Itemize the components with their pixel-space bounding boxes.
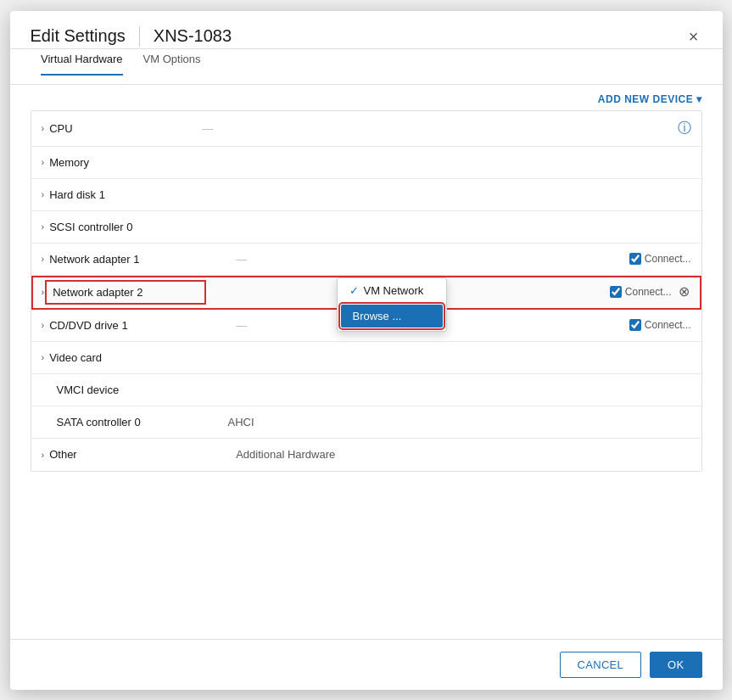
tabs-container: Virtual Hardware VM Options — [20, 44, 242, 76]
check-icon: ✓ — [349, 284, 359, 297]
dropdown-browse-label: Browse ... — [353, 310, 402, 322]
tab-vm-options[interactable]: VM Options — [143, 44, 201, 76]
dialog-title: Edit Settings — [31, 26, 126, 46]
label-other: Other — [49, 448, 202, 461]
dialog-footer: CANCEL OK — [10, 639, 723, 690]
connect-label-cd-dvd-drive-1: Connect... — [645, 319, 691, 331]
ok-button[interactable]: OK — [650, 652, 701, 678]
hardware-row-cpu: › CPU — ⓘ — [31, 111, 701, 147]
value-cd-dvd-drive-1: — — [236, 319, 247, 332]
value-other: Additional Hardware — [236, 448, 335, 461]
right-cd-dvd-drive-1: Connect... — [629, 319, 691, 331]
dropdown-item-browse[interactable]: Browse ... — [341, 305, 443, 328]
connect-label-network-adapter-2: Connect... — [625, 286, 672, 298]
label-network-adapter-2: Network adapter 2 — [49, 284, 202, 300]
right-network-adapter-2: Connect... ⊗ — [610, 285, 691, 299]
expander-memory[interactable]: › — [42, 157, 45, 167]
connect-checkbox-network-adapter-1[interactable]: Connect... — [629, 253, 691, 265]
right-network-adapter-1: Connect... — [629, 253, 691, 265]
label-memory: Memory — [49, 156, 202, 169]
connect-checkbox-input-cd-dvd-drive-1[interactable] — [629, 319, 641, 331]
hardware-row-vmci-device: VMCI device — [31, 374, 701, 406]
tab-virtual-hardware[interactable]: Virtual Hardware — [41, 44, 123, 76]
label-sata-controller-0: SATA controller 0 — [42, 416, 194, 428]
connect-checkbox-cd-dvd-drive-1[interactable]: Connect... — [629, 319, 691, 331]
label-network-adapter-1: Network adapter 1 — [49, 253, 202, 266]
hardware-row-memory: › Memory — [31, 147, 701, 179]
cancel-button[interactable]: CANCEL — [560, 652, 642, 678]
expander-hard-disk-1[interactable]: › — [42, 189, 45, 199]
edit-settings-dialog: Edit Settings XNS-1083 × Virtual Hardwar… — [10, 11, 723, 690]
connect-checkbox-input-network-adapter-2[interactable] — [610, 286, 622, 298]
hardware-list: › CPU — ⓘ › Memory › Hard disk 1 › SCSI … — [31, 110, 702, 472]
hardware-row-sata-controller-0: SATA controller 0 AHCI — [31, 406, 701, 439]
dialog-body: ADD NEW DEVICE › CPU — ⓘ › Memory › Hard — [10, 85, 723, 639]
expander-other[interactable]: › — [42, 450, 45, 460]
network-dropdown-popup: ✓ VM Network Browse ... — [337, 277, 447, 332]
dialog-subtitle: XNS-1083 — [154, 26, 232, 46]
label-cd-dvd-drive-1: CD/DVD drive 1 — [49, 319, 202, 332]
value-cpu: — — [202, 122, 213, 135]
label-video-card: Video card — [49, 351, 202, 364]
connect-checkbox-input-network-adapter-1[interactable] — [629, 253, 641, 265]
expander-cpu[interactable]: › — [42, 123, 45, 133]
label-cpu: CPU — [49, 122, 202, 135]
remove-button-network-adapter-2[interactable]: ⊗ — [677, 285, 691, 299]
hardware-row-video-card: › Video card — [31, 342, 701, 374]
dropdown-vm-network-label: VM Network — [364, 284, 424, 297]
info-icon-cpu[interactable]: ⓘ — [678, 120, 691, 137]
expander-scsi-controller-0[interactable]: › — [42, 221, 45, 232]
dropdown-item-vm-network[interactable]: ✓ VM Network — [338, 278, 446, 303]
expander-network-adapter-1[interactable]: › — [42, 254, 45, 264]
toolbar: ADD NEW DEVICE — [31, 85, 702, 110]
connect-checkbox-network-adapter-2[interactable]: Connect... — [610, 286, 672, 298]
label-hard-disk-1: Hard disk 1 — [49, 188, 202, 201]
header-separator — [139, 26, 140, 47]
add-new-device-button[interactable]: ADD NEW DEVICE — [598, 93, 702, 105]
label-scsi-controller-0: SCSI controller 0 — [49, 221, 202, 233]
expander-video-card[interactable]: › — [42, 352, 45, 362]
connect-label-network-adapter-1: Connect... — [645, 253, 691, 265]
right-cpu: ⓘ — [678, 120, 691, 137]
value-network-adapter-1: — — [236, 253, 247, 266]
label-vmci-device: VMCI device — [42, 384, 194, 396]
close-button[interactable]: × — [685, 25, 702, 48]
hardware-row-network-adapter-1: › Network adapter 1 — Connect... — [31, 244, 701, 276]
dialog-header: Edit Settings XNS-1083 × Virtual Hardwar… — [10, 11, 723, 49]
expander-network-adapter-2[interactable]: › — [42, 287, 45, 297]
hardware-row-hard-disk-1: › Hard disk 1 — [31, 179, 701, 211]
hardware-row-network-adapter-2: › Network adapter 2 Connect... ⊗ ✓ VM Ne… — [31, 276, 701, 310]
value-sata-controller-0: AHCI — [228, 416, 254, 428]
hardware-row-scsi-controller-0: › SCSI controller 0 — [31, 211, 701, 244]
expander-cd-dvd-drive-1[interactable]: › — [42, 320, 45, 330]
hardware-row-other: › Other Additional Hardware — [31, 439, 701, 471]
